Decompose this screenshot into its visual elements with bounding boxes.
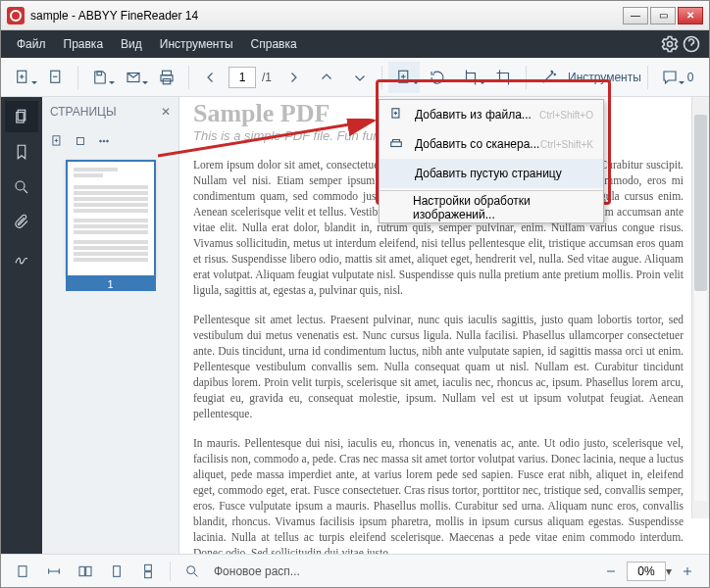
continuous-icon[interactable] xyxy=(134,559,162,584)
app-icon xyxy=(7,7,25,24)
maximize-button[interactable]: ▭ xyxy=(650,7,676,24)
svg-rect-22 xyxy=(114,565,121,576)
svg-point-18 xyxy=(107,140,109,142)
fit-page-icon[interactable] xyxy=(9,559,36,584)
app-window: sample - ABBYY FineReader 14 — ▭ ✕ Файл … xyxy=(0,0,710,588)
rotate-left-button[interactable] xyxy=(422,62,453,93)
search-tab-icon[interactable] xyxy=(5,172,38,203)
doc-paragraph: Pellentesque sit amet lectus. Praesent p… xyxy=(193,312,684,421)
menu-edit[interactable]: Правка xyxy=(56,33,112,55)
file-plus-icon xyxy=(389,107,407,123)
save-button[interactable] xyxy=(84,62,116,93)
add-page-menu: Добавить из файла... Ctrl+Shift+O Добави… xyxy=(379,99,604,223)
svg-rect-20 xyxy=(79,566,84,575)
thumbs-close-icon[interactable]: ✕ xyxy=(161,105,171,119)
print-button[interactable] xyxy=(151,62,182,93)
menu-shortcut: Ctrl+Shift+K xyxy=(540,139,593,150)
menubar: Файл Правка Вид Инструменты Справка xyxy=(1,30,709,58)
menu-view[interactable]: Вид xyxy=(113,33,150,55)
thumb-add-icon[interactable] xyxy=(50,134,64,148)
settings-icon[interactable] xyxy=(660,34,680,54)
menu-shortcut: Ctrl+Shift+O xyxy=(539,110,593,121)
window-title: sample - ABBYY FineReader 14 xyxy=(30,9,198,23)
menu-image-settings[interactable]: Настройки обработки изображений... xyxy=(380,193,603,222)
loupe-icon[interactable] xyxy=(178,559,206,584)
menu-help[interactable]: Справка xyxy=(243,33,305,55)
signature-tab-icon[interactable] xyxy=(5,242,38,273)
menu-label: Добавить из файла... xyxy=(415,108,532,122)
titlebar: sample - ABBYY FineReader 14 — ▭ ✕ xyxy=(1,1,709,30)
svg-point-0 xyxy=(668,42,673,47)
svg-rect-10 xyxy=(467,73,476,81)
comment-count: 0 xyxy=(687,71,694,84)
rotate-button[interactable] xyxy=(455,62,486,93)
menu-label: Добавить пустую страницу xyxy=(415,167,562,180)
zoom-input[interactable] xyxy=(627,562,666,581)
menu-add-blank-page[interactable]: Добавить пустую страницу xyxy=(380,159,603,188)
add-button[interactable] xyxy=(7,62,38,93)
sidebar xyxy=(1,97,42,554)
menu-label: Добавить со сканера... xyxy=(415,137,539,151)
svg-point-13 xyxy=(16,181,25,190)
thumb-rotate-icon[interactable] xyxy=(74,134,87,148)
menu-add-from-scanner[interactable]: Добавить со сканера... Ctrl+Shift+K xyxy=(380,129,603,159)
bookmark-tab-icon[interactable] xyxy=(5,136,38,168)
minimize-button[interactable]: — xyxy=(623,7,648,24)
thumb-page-number: 1 xyxy=(66,277,156,291)
pages-tab-icon[interactable] xyxy=(5,101,38,132)
prev-page-button[interactable] xyxy=(195,62,227,93)
toolbar: /1 Инструменты 0 xyxy=(1,58,709,97)
two-page-icon[interactable] xyxy=(72,559,99,584)
thumbs-title: СТРАНИЦЫ xyxy=(50,105,117,119)
svg-point-17 xyxy=(103,140,105,142)
svg-rect-21 xyxy=(86,566,91,575)
comment-button[interactable] xyxy=(654,62,685,93)
thumbnails-panel: СТРАНИЦЫ ✕ 1 xyxy=(42,97,179,554)
page-total: /1 xyxy=(262,71,272,84)
close-button[interactable]: ✕ xyxy=(678,7,703,24)
fit-width-icon[interactable] xyxy=(40,559,68,584)
add-page-dropdown[interactable] xyxy=(388,62,420,93)
next-page-button[interactable] xyxy=(278,62,309,93)
svg-point-25 xyxy=(187,565,195,573)
svg-rect-23 xyxy=(145,564,152,570)
svg-point-16 xyxy=(100,140,102,142)
svg-rect-6 xyxy=(163,71,172,75)
menu-label: Настройки обработки изображений... xyxy=(413,194,593,221)
bottombar: Фоновое расп... ▾ xyxy=(1,554,709,587)
single-page-icon[interactable] xyxy=(103,559,130,584)
crop-button[interactable] xyxy=(488,62,520,93)
zoom-in-button[interactable] xyxy=(674,559,701,584)
doc-paragraph: In mauris. Pellentesque dui nisi, iaculi… xyxy=(193,435,684,554)
thumb-more-icon[interactable] xyxy=(97,134,111,148)
scanner-icon xyxy=(389,136,407,153)
page-thumbnail[interactable]: 1 xyxy=(66,160,156,291)
tools-label[interactable]: Инструменты xyxy=(568,71,641,84)
wand-icon[interactable] xyxy=(532,62,564,93)
attach-tab-icon[interactable] xyxy=(5,207,38,238)
bg-recognition-label[interactable]: Фоновое расп... xyxy=(214,564,300,578)
menu-add-from-file[interactable]: Добавить из файла... Ctrl+Shift+O xyxy=(380,100,603,129)
send-button[interactable] xyxy=(118,62,149,93)
svg-rect-28 xyxy=(391,141,402,146)
vertical-scrollbar[interactable] xyxy=(691,97,709,518)
menu-tools[interactable]: Инструменты xyxy=(152,33,241,55)
svg-rect-24 xyxy=(145,571,152,577)
help-icon[interactable] xyxy=(682,34,701,54)
page-down-button[interactable] xyxy=(344,62,376,93)
svg-rect-4 xyxy=(97,72,102,75)
page-up-button[interactable] xyxy=(311,62,342,93)
page-input[interactable] xyxy=(228,67,256,88)
svg-rect-15 xyxy=(77,138,84,145)
delete-button[interactable] xyxy=(40,62,72,93)
menu-file[interactable]: Файл xyxy=(9,33,54,55)
svg-rect-19 xyxy=(19,565,26,576)
zoom-out-button[interactable] xyxy=(597,559,625,584)
